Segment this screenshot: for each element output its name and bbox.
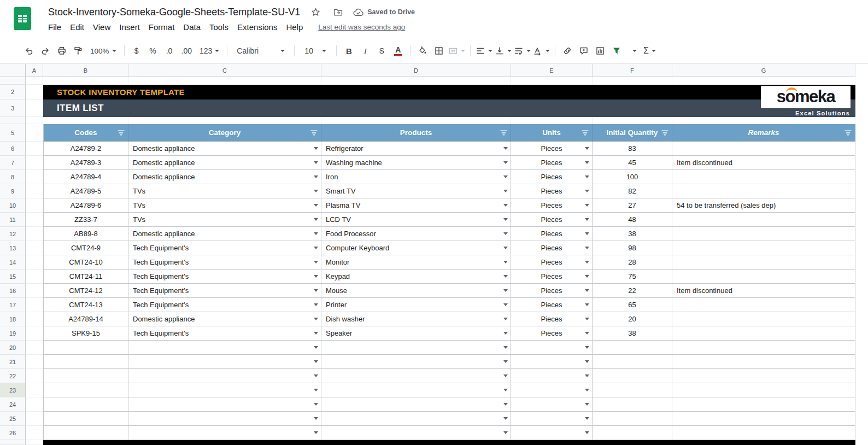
dropdown-icon[interactable] <box>585 374 589 377</box>
borders-button[interactable] <box>432 43 446 58</box>
cell-e[interactable] <box>511 117 593 124</box>
functions-button[interactable]: Σ <box>642 43 656 58</box>
cell-remarks[interactable] <box>672 412 855 426</box>
column-header-c[interactable]: C <box>128 64 321 77</box>
row-header-3[interactable]: 3 <box>0 99 26 117</box>
dropdown-icon[interactable] <box>314 289 318 292</box>
menu-extensions[interactable]: Extensions <box>233 21 281 33</box>
dropdown-icon[interactable] <box>503 403 508 406</box>
cell-category[interactable] <box>128 355 321 369</box>
fill-color-button[interactable] <box>415 43 430 58</box>
cell-qty[interactable] <box>593 369 672 383</box>
cell-unit[interactable] <box>511 383 593 397</box>
cell-remarks[interactable] <box>672 241 855 255</box>
dropdown-icon[interactable] <box>314 303 318 306</box>
dropdown-icon[interactable] <box>314 204 318 207</box>
cell-remarks[interactable]: Item discontinued <box>672 284 855 298</box>
cell-qty[interactable]: 83 <box>593 142 672 156</box>
dropdown-icon[interactable] <box>314 218 318 221</box>
cell-a[interactable] <box>26 426 43 440</box>
cell-remarks[interactable] <box>672 227 855 241</box>
horizontal-align-button[interactable] <box>476 43 492 58</box>
column-title-units[interactable]: Units <box>511 124 593 142</box>
menu-tools[interactable]: Tools <box>205 21 233 33</box>
row-header-4[interactable] <box>0 117 26 124</box>
dropdown-icon[interactable] <box>585 275 589 278</box>
cell-a[interactable] <box>26 117 43 124</box>
dropdown-icon[interactable] <box>585 303 589 306</box>
cell-remarks[interactable] <box>672 142 855 156</box>
dropdown-icon[interactable] <box>585 247 589 249</box>
cell-qty[interactable]: 48 <box>593 213 672 227</box>
cell-a[interactable] <box>26 241 43 255</box>
row-header-9[interactable]: 9 <box>0 184 26 198</box>
cell-a[interactable] <box>26 124 43 142</box>
vertical-align-button[interactable] <box>495 43 512 58</box>
cell-category[interactable]: Tech Equipment's <box>128 326 321 341</box>
cell-a[interactable] <box>26 99 43 117</box>
column-filter-icon[interactable] <box>582 130 589 136</box>
cell-code[interactable] <box>43 383 128 397</box>
row-header-6[interactable]: 6 <box>0 142 26 156</box>
row-header-7[interactable]: 7 <box>0 156 26 170</box>
dropdown-icon[interactable] <box>503 147 508 150</box>
cell-product[interactable]: Smart TV <box>321 184 511 198</box>
document-title[interactable]: Stock-Inventory-Someka-Google-Sheets-Tem… <box>48 7 300 18</box>
create-filter-button[interactable] <box>609 43 624 58</box>
cell-g[interactable] <box>672 117 855 124</box>
cell-category[interactable]: Tech Equipment's <box>128 270 321 284</box>
cell-qty[interactable] <box>593 355 672 369</box>
cell-category[interactable]: Domestic appliance <box>128 142 321 156</box>
dropdown-icon[interactable] <box>503 204 508 207</box>
cell-product[interactable]: Food Processor <box>321 227 511 241</box>
cell-a[interactable] <box>26 170 43 184</box>
cell-category[interactable]: Domestic appliance <box>128 170 321 184</box>
row-header-17[interactable]: 17 <box>0 298 26 312</box>
cell-category[interactable]: TVs <box>128 213 321 227</box>
cell-code[interactable]: A24789-6 <box>43 198 128 213</box>
dropdown-icon[interactable] <box>503 190 508 192</box>
cell-unit[interactable] <box>511 412 593 426</box>
dropdown-icon[interactable] <box>503 417 508 420</box>
dropdown-icon[interactable] <box>585 232 589 235</box>
cell-category[interactable]: Tech Equipment's <box>128 255 321 270</box>
cell-a[interactable] <box>26 184 43 198</box>
cell-unit[interactable] <box>511 355 593 369</box>
cell-unit[interactable]: Pieces <box>511 270 593 284</box>
cell-remarks[interactable] <box>672 397 855 412</box>
row-header-21[interactable]: 21 <box>0 355 26 369</box>
cell-code[interactable]: SPK9-15 <box>43 326 128 341</box>
dropdown-icon[interactable] <box>585 332 589 335</box>
filter-views-button[interactable] <box>626 43 640 58</box>
menu-file[interactable]: File <box>44 21 66 33</box>
banner-title-cell[interactable]: STOCK INVENTORY TEMPLATE <box>43 85 855 99</box>
cell-product[interactable] <box>321 369 511 383</box>
cell-code[interactable] <box>43 355 128 369</box>
dropdown-icon[interactable] <box>503 161 508 164</box>
dropdown-icon[interactable] <box>503 175 508 178</box>
cell-qty[interactable]: 27 <box>593 198 672 213</box>
print-button[interactable] <box>55 43 69 58</box>
select-all-corner[interactable] <box>0 64 26 77</box>
save-status[interactable]: Saved to Drive <box>353 8 415 16</box>
cell-a[interactable] <box>26 412 43 426</box>
cell-remarks[interactable] <box>672 312 855 326</box>
row-header-13[interactable]: 13 <box>0 241 26 255</box>
column-header-a[interactable]: A <box>26 64 43 77</box>
cell-unit[interactable]: Pieces <box>511 170 593 184</box>
cell-qty[interactable]: 28 <box>593 255 672 270</box>
row-header-10[interactable]: 10 <box>0 198 26 213</box>
cell-unit[interactable]: Pieces <box>511 142 593 156</box>
cell-qty[interactable]: 82 <box>593 184 672 198</box>
cell-code[interactable]: CMT24-12 <box>43 284 128 298</box>
cell-remarks[interactable] <box>672 355 855 369</box>
dropdown-icon[interactable] <box>503 332 508 335</box>
column-title-remarks[interactable]: Remarks <box>672 124 855 142</box>
dropdown-icon[interactable] <box>314 389 318 391</box>
cell-b[interactable] <box>43 77 128 85</box>
cell-qty[interactable]: 38 <box>593 227 672 241</box>
cell-product[interactable]: Printer <box>321 298 511 312</box>
cell-code[interactable]: CMT24-9 <box>43 241 128 255</box>
row-header-16[interactable]: 16 <box>0 284 26 298</box>
cell-f[interactable] <box>593 117 672 124</box>
